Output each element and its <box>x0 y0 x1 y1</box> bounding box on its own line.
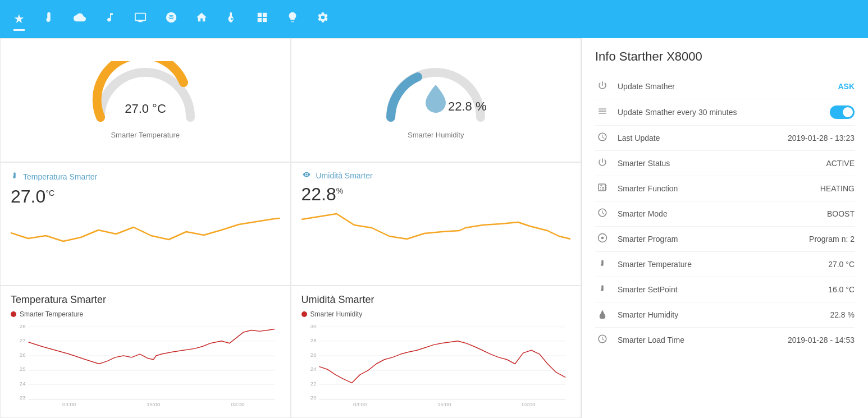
chart-humidity-card: Umidità Smarter Smarter Humidity 30 28 2… <box>291 286 582 418</box>
nav-icon-cloud[interactable] <box>73 11 86 27</box>
sparkline-humidity-chart <box>301 208 571 247</box>
svg-text:28: 28 <box>310 337 316 343</box>
sparkline-temp-value: 27.0°C <box>11 186 280 207</box>
power-icon-2 <box>595 157 610 169</box>
program-icon <box>595 233 610 245</box>
info-value-ask[interactable]: ASK <box>838 82 855 91</box>
nav-icon-spotify[interactable] <box>165 11 177 27</box>
svg-text:25: 25 <box>20 366 26 372</box>
svg-text:23: 23 <box>20 394 26 401</box>
svg-point-0 <box>166 12 176 22</box>
nav-icon-grid[interactable] <box>256 11 268 27</box>
svg-text:24: 24 <box>310 366 316 372</box>
chart-humidity-legend-dot <box>301 311 307 317</box>
list-icon <box>595 106 610 118</box>
nav-icon-home[interactable] <box>195 11 208 27</box>
info-label-load-time: Smarter Load Time <box>618 336 780 344</box>
svg-text:22: 22 <box>310 380 316 387</box>
thermometer-icon-info <box>595 258 610 270</box>
info-row-function: Smarter Function HEATING <box>595 176 855 201</box>
chart-humidity-title: Umidità Smarter <box>301 294 571 306</box>
chart-temp-svg: 28 27 26 25 24 23 03:00 15:00 03:00 <box>11 320 280 407</box>
svg-text:03:00: 03:00 <box>62 401 76 407</box>
info-row-humidity: Smarter Humidity 22.8 % <box>595 302 855 328</box>
svg-text:30: 30 <box>310 323 316 329</box>
gauge-humidity-card: 22.8 % Smarter Humidity <box>291 38 582 162</box>
main-content: 27.0 °C Smarter Temperature 22.8 % Smart… <box>0 38 868 418</box>
mode-icon <box>595 208 610 220</box>
gauge-temp-label: Smarter Temperature <box>111 131 180 139</box>
svg-text:27: 27 <box>20 337 26 343</box>
info-label-temp: Smarter Temperature <box>618 260 820 269</box>
info-label-status: Smarter Status <box>618 159 818 168</box>
svg-text:15:00: 15:00 <box>147 401 160 407</box>
info-value-function: HEATING <box>820 184 855 193</box>
sparkline-temp-card: Temperatura Smarter 27.0°C <box>0 162 291 286</box>
info-label-update: Update Smather <box>618 82 830 91</box>
info-row-program: Smarter Program Program n: 2 <box>595 227 855 252</box>
info-row-last-update: Last Update 2019-01-28 - 13:23 <box>595 126 855 151</box>
nav-icon-settings[interactable] <box>317 11 329 27</box>
info-row-update-30: Update Smather every 30 minutes <box>595 99 855 126</box>
nav-icon-lamp[interactable] <box>286 11 299 27</box>
info-label-function: Smarter Function <box>618 184 812 193</box>
info-value-last-update: 2019-01-28 - 13:23 <box>788 134 855 143</box>
sparkline-humidity-card: Umidità Smarter 22.8% <box>291 162 582 286</box>
gauge-humidity-label: Smarter Humidity <box>408 131 464 139</box>
svg-text:22.8 %: 22.8 % <box>448 99 487 113</box>
info-value-temp: 27.0 °C <box>828 260 855 269</box>
info-panel: Info Starther X8000 Update Smather ASK U… <box>582 38 868 418</box>
info-value-program: Program n: 2 <box>809 235 855 244</box>
svg-text:27.0 °C: 27.0 °C <box>125 102 166 116</box>
top-navigation: ★ <box>0 0 868 38</box>
setpoint-icon <box>595 283 610 296</box>
nav-icon-star[interactable]: ★ <box>13 12 25 26</box>
gauge-humidity-container: 22.8 % <box>380 61 492 128</box>
sparkline-humidity-value: 22.8% <box>301 184 571 205</box>
sparkline-temp-title: Temperatura Smarter <box>11 171 280 183</box>
info-label-mode: Smarter Mode <box>618 209 819 218</box>
svg-text:03:00: 03:00 <box>522 401 535 407</box>
info-label-update-30: Update Smather every 30 minutes <box>618 108 822 117</box>
clock-icon-2 <box>595 334 610 346</box>
toggle-update-30[interactable] <box>830 105 855 119</box>
chart-humidity-legend: Smarter Humidity <box>301 310 571 318</box>
sparkline-humidity-title: Umidità Smarter <box>301 171 571 181</box>
svg-text:03:00: 03:00 <box>353 401 367 407</box>
info-value-status: ACTIVE <box>826 159 855 168</box>
nav-icon-thermometer[interactable] <box>43 11 55 27</box>
nav-icon-flower[interactable] <box>226 11 238 27</box>
nav-icon-music[interactable] <box>104 11 116 27</box>
power-icon-1 <box>595 80 610 93</box>
info-value-setpoint: 16.0 °C <box>828 285 855 294</box>
chart-temp-card: Temperatura Smarter Smarter Temperature … <box>0 286 291 418</box>
info-value-humidity: 22.8 % <box>830 310 855 319</box>
gauge-temp-container: 27.0 °C <box>89 61 202 128</box>
info-row-temp: Smarter Temperature 27.0 °C <box>595 252 855 277</box>
gauge-humidity-svg: 22.8 % <box>380 61 492 123</box>
svg-point-1 <box>231 18 233 20</box>
info-label-last-update: Last Update <box>618 134 780 143</box>
info-value-load-time: 2019-01-28 - 14:53 <box>788 336 855 344</box>
nav-icon-tv[interactable] <box>134 11 147 27</box>
panel-title: Info Starther X8000 <box>595 49 855 64</box>
clock-icon-1 <box>595 132 610 144</box>
svg-text:24: 24 <box>20 380 26 387</box>
chart-temp-title: Temperatura Smarter <box>11 294 280 306</box>
chart-temp-legend-dot <box>11 311 16 317</box>
svg-point-35 <box>601 237 604 240</box>
svg-text:26: 26 <box>310 352 316 358</box>
gauge-temp-svg: 27.0 °C <box>89 61 202 123</box>
chart-temp-legend: Smarter Temperature <box>11 310 280 318</box>
left-area: 27.0 °C Smarter Temperature 22.8 % Smart… <box>0 38 582 418</box>
svg-text:03:00: 03:00 <box>231 401 244 407</box>
thermometer-small-icon <box>11 171 19 183</box>
svg-text:15:00: 15:00 <box>437 401 451 407</box>
svg-text:20: 20 <box>310 394 316 401</box>
info-row-load-time: Smarter Load Time 2019-01-28 - 14:53 <box>595 328 855 352</box>
svg-text:26: 26 <box>20 352 26 358</box>
info-row-mode: Smarter Mode BOOST <box>595 201 855 227</box>
info-label-setpoint: Smarter SetPoint <box>618 285 820 294</box>
info-row-status: Smarter Status ACTIVE <box>595 151 855 176</box>
info-value-mode: BOOST <box>827 209 855 218</box>
